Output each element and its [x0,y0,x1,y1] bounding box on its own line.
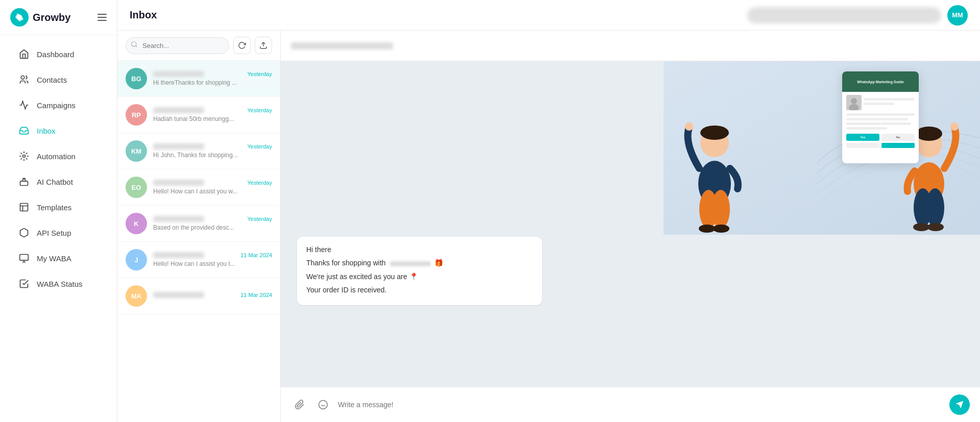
sidebar-item-waba-status[interactable]: WABA Status [6,272,111,295]
automation-icon [18,151,30,162]
svg-point-16 [712,190,730,229]
card-no-btn: No [881,134,915,141]
sidebar-item-inbox[interactable]: Inbox [6,119,111,142]
conversation-item-rp[interactable]: RP Yesterday Hadiah tunai 50rb menungg..… [117,97,280,133]
conv-info-ma: 11 Mar 2024 [153,292,272,300]
avatar-k: K [126,213,147,234]
refresh-button[interactable] [233,37,251,54]
sidebar-item-chatbot-label: AI Chatbot [37,178,73,186]
page-title: Inbox [130,9,157,21]
conv-name-eo [153,180,204,186]
conversation-item-bg[interactable]: BG Yesterday Hi thereThanks for shopping… [117,61,280,97]
svg-point-8 [132,42,136,46]
emoji-button[interactable] [314,396,332,413]
card-preview: WhatsApp Marketing Guide [842,71,919,163]
sidebar-item-automation-label: Automation [37,152,76,161]
conversation-item-ma[interactable]: MA 11 Mar 2024 [117,278,280,314]
svg-point-2 [21,76,24,80]
avatar-bg: BG [126,68,147,89]
svg-rect-6 [20,204,28,211]
avatar-ma: MA [126,285,147,307]
sidebar-item-templates-label: Templates [37,203,71,212]
conv-preview-eo: Hello! How can I assist you w... [153,188,272,195]
illustration-area: WhatsApp Marketing Guide [664,61,980,235]
send-button[interactable] [949,394,970,415]
header-blurred-bar [747,7,941,23]
attach-button[interactable] [291,396,308,413]
conv-time-rp: Yesterday [247,107,272,113]
conv-time-bg: Yesterday [247,71,272,77]
sidebar-item-automation[interactable]: Automation [6,144,111,168]
conversation-item-j[interactable]: J 11 Mar 2024 Hello! How can I assist yo… [117,242,280,278]
export-button[interactable] [255,37,272,54]
templates-icon [18,202,30,213]
conv-time-j: 11 Mar 2024 [240,252,272,258]
main-nav: Dashboard Contacts Campaigns Inbox Autom [0,35,117,422]
chat-messages: WhatsApp Marketing Guide [281,61,980,387]
svg-rect-4 [20,181,28,185]
conversation-item-eo[interactable]: EO Yesterday Hello! How can I assist you… [117,169,280,206]
conv-name-k [153,216,204,222]
home-icon [18,48,30,60]
conv-preview-k: Based on the provided desc... [153,224,272,231]
sidebar-item-api-label: API Setup [37,229,71,237]
conv-name-km [153,143,204,150]
top-header: Inbox MM [117,0,980,31]
conversation-item-k[interactable]: K Yesterday Based on the provided desc..… [117,206,280,242]
svg-point-26 [927,223,944,231]
search-bar [117,31,280,61]
avatar-j: J [126,249,147,270]
chat-contact-name [291,42,393,49]
search-wrapper [126,37,229,54]
sidebar-item-campaigns[interactable]: Campaigns [6,93,111,117]
conv-info-bg: Yesterday Hi thereThanks for shopping ..… [153,71,272,86]
conversations-list: BG Yesterday Hi thereThanks for shopping… [117,61,280,422]
inbox-icon [18,125,30,136]
main-area: Inbox MM [117,0,980,422]
sidebar-item-ai-chatbot[interactable]: AI Chatbot [6,170,111,193]
conv-info-rp: Yesterday Hadiah tunai 50rb menungg... [153,107,272,122]
conv-name-bg [153,71,204,77]
svg-point-25 [913,223,929,231]
sidebar-item-mywaba-label: My WABA [37,254,71,263]
sidebar-item-contacts[interactable]: Contacts [6,68,111,91]
avatar-rp: RP [126,104,147,126]
svg-point-28 [851,98,857,104]
growby-logo-icon [10,8,29,27]
conv-info-j: 11 Mar 2024 Hello! How can I assist you … [153,252,272,267]
sidebar-item-api-setup[interactable]: API Setup [6,221,111,244]
content-area: BG Yesterday Hi thereThanks for shopping… [117,31,980,422]
card-send-btn [881,143,915,148]
sidebar-item-inbox-label: Inbox [37,127,56,135]
svg-point-21 [916,127,942,141]
person-left-illustration [674,102,755,235]
contacts-icon [18,74,30,85]
hamburger-menu[interactable] [97,14,107,21]
conv-time-km: Yesterday [247,143,272,150]
msg-order: Your order ID is received. [306,284,533,295]
campaigns-icon [18,100,30,111]
avatar-km: KM [126,140,147,162]
wabastatus-icon [18,278,30,289]
svg-point-24 [926,188,944,227]
sidebar: Growby Dashboard Contacts Campaigns [0,0,117,422]
conv-info-km: Yesterday Hi John, Thanks for shopping..… [153,143,272,159]
user-avatar[interactable]: MM [947,5,968,26]
message-input[interactable] [338,401,943,409]
sidebar-item-templates[interactable]: Templates [6,195,111,219]
conv-info-eo: Yesterday Hello! How can I assist you w.… [153,180,272,195]
logo-area: Growby [0,0,117,35]
svg-point-1 [17,15,22,20]
svg-point-30 [319,401,328,409]
svg-point-5 [23,178,24,179]
svg-point-22 [950,122,959,131]
api-icon [18,227,30,238]
sidebar-item-dashboard[interactable]: Dashboard [6,42,111,66]
svg-point-17 [699,225,715,233]
sidebar-item-wabastatus-label: WABA Status [37,280,82,288]
sidebar-item-my-waba[interactable]: My WABA [6,246,111,270]
search-input[interactable] [126,37,229,54]
conversation-item-km[interactable]: KM Yesterday Hi John, Thanks for shoppin… [117,133,280,169]
msg-excited: We're just as excited as you are 📍 [306,271,533,282]
header-right: MM [747,5,968,26]
